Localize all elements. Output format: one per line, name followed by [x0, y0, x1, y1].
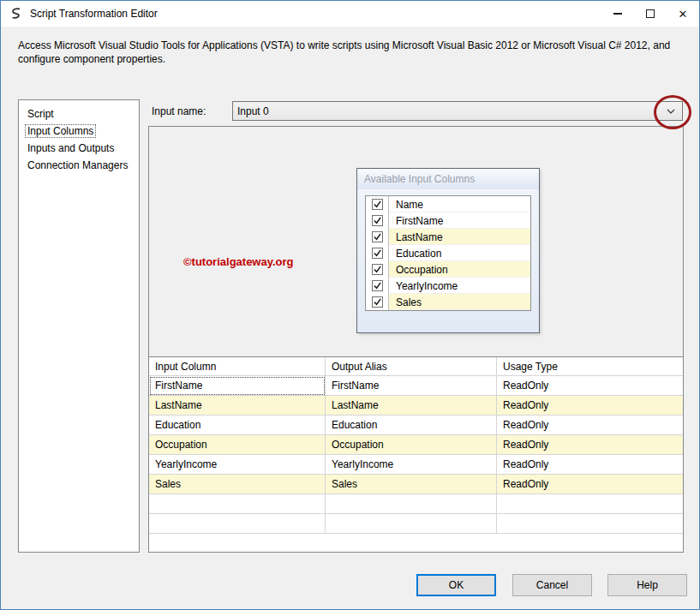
- maximize-button[interactable]: [634, 1, 667, 27]
- available-column-row: Occupation: [366, 261, 530, 278]
- available-input-columns-title: Available Input Columns: [357, 169, 539, 189]
- help-button[interactable]: Help: [607, 574, 687, 596]
- usage-type-cell[interactable]: ReadOnly: [497, 435, 683, 455]
- available-column-row: FirstName: [366, 212, 530, 229]
- column-checkbox[interactable]: [372, 296, 383, 308]
- input-name-value: Input 0: [237, 105, 664, 117]
- empty-cell[interactable]: [149, 514, 326, 534]
- content-panel: ©tutorialgateway.org Available Input Col…: [148, 126, 684, 553]
- checkbox-cell: [366, 229, 389, 245]
- column-checkbox[interactable]: [372, 199, 383, 210]
- output-alias-cell[interactable]: LastName: [326, 396, 497, 416]
- sidebar-list: ScriptInput ColumnsInputs and OutputsCon…: [19, 105, 139, 174]
- available-column-row: Name: [366, 196, 530, 212]
- grid-row-empty: [149, 494, 683, 514]
- minimize-icon: [613, 13, 622, 15]
- column-checkbox[interactable]: [372, 280, 383, 291]
- checkbox-cell: [366, 278, 389, 294]
- available-column-name[interactable]: Sales: [389, 294, 530, 310]
- output-alias-cell[interactable]: Occupation: [326, 435, 497, 455]
- dialog-description: Access Microsoft Visual Studio Tools for…: [18, 39, 682, 66]
- input-column-cell[interactable]: FirstName: [149, 376, 326, 396]
- input-column-cell[interactable]: Sales: [149, 475, 326, 494]
- maximize-icon: [646, 9, 655, 18]
- column-checkbox[interactable]: [372, 215, 383, 226]
- grid-row: OccupationOccupationReadOnly: [149, 435, 683, 455]
- empty-cell[interactable]: [326, 514, 497, 534]
- available-column-name[interactable]: Occupation: [389, 261, 530, 278]
- empty-cell[interactable]: [326, 494, 497, 514]
- available-column-name[interactable]: YearlyIncome: [389, 278, 530, 294]
- input-name-combobox[interactable]: Input 0: [232, 101, 683, 121]
- minimize-button[interactable]: [601, 1, 634, 27]
- output-alias-cell[interactable]: Education: [326, 416, 497, 435]
- available-column-row: LastName: [366, 229, 530, 245]
- cancel-button[interactable]: Cancel: [512, 574, 592, 596]
- sidebar-item-input-columns[interactable]: Input Columns: [19, 123, 139, 140]
- usage-type-cell[interactable]: ReadOnly: [497, 396, 683, 416]
- input-column-cell[interactable]: YearlyIncome: [149, 455, 326, 475]
- watermark: ©tutorialgateway.org: [183, 255, 294, 268]
- available-column-name[interactable]: LastName: [389, 229, 530, 245]
- grid-row-empty: [149, 514, 683, 534]
- output-alias-cell[interactable]: Sales: [326, 475, 497, 494]
- available-column-name[interactable]: Education: [389, 245, 530, 261]
- grid-body: FirstNameFirstNameReadOnlyLastNameLastNa…: [149, 376, 683, 534]
- checkbox-cell: [366, 245, 389, 261]
- available-columns-list: NameFirstNameLastNameEducationOccupation…: [365, 195, 531, 311]
- empty-cell[interactable]: [497, 514, 683, 534]
- column-checkbox[interactable]: [372, 231, 383, 242]
- script-transformation-editor-dialog: { "window": { "title": "Script Transform…: [0, 0, 700, 610]
- grid-header-row: Input ColumnOutput AliasUsage Type: [149, 357, 683, 376]
- sidebar-item-label: Connection Managers: [26, 159, 129, 171]
- input-column-cell[interactable]: Occupation: [149, 435, 326, 455]
- available-column-name[interactable]: Name: [389, 196, 530, 212]
- available-input-columns-panel: Available Input Columns NameFirstNameLas…: [356, 168, 540, 333]
- canvas-area: ©tutorialgateway.org Available Input Col…: [149, 127, 683, 356]
- empty-cell[interactable]: [149, 494, 326, 514]
- titlebar: Script Transformation Editor ✕: [1, 1, 699, 27]
- checkbox-cell: [366, 261, 389, 278]
- output-alias-cell[interactable]: YearlyIncome: [326, 455, 497, 475]
- grid-row: LastNameLastNameReadOnly: [149, 396, 683, 416]
- grid-header-output-alias: Output Alias: [326, 357, 497, 376]
- grid-header-input-column: Input Column: [149, 357, 326, 376]
- usage-type-cell[interactable]: ReadOnly: [497, 376, 683, 396]
- available-column-row: Education: [366, 245, 530, 261]
- column-checkbox[interactable]: [372, 248, 383, 259]
- window-controls: ✕: [601, 1, 699, 27]
- grid-row: EducationEducationReadOnly: [149, 416, 683, 435]
- available-column-row: Sales: [366, 294, 530, 310]
- ok-button[interactable]: OK: [416, 574, 496, 596]
- column-checkbox[interactable]: [372, 264, 383, 275]
- usage-type-cell[interactable]: ReadOnly: [497, 455, 683, 475]
- input-columns-grid: Input ColumnOutput AliasUsage Type First…: [149, 356, 683, 552]
- grid-row: SalesSalesReadOnly: [149, 475, 683, 494]
- sidebar: ScriptInput ColumnsInputs and OutputsCon…: [18, 99, 140, 553]
- sidebar-item-label: Script: [26, 108, 56, 120]
- grid-row: YearlyIncomeYearlyIncomeReadOnly: [149, 455, 683, 475]
- grid-filler: [149, 534, 683, 552]
- available-column-row: YearlyIncome: [366, 278, 530, 294]
- input-name-label: Input name:: [152, 105, 206, 117]
- input-column-cell[interactable]: Education: [149, 416, 326, 435]
- checkbox-cell: [366, 212, 389, 229]
- checkbox-cell: [366, 196, 389, 212]
- sidebar-item-label: Inputs and Outputs: [26, 142, 116, 154]
- usage-type-cell[interactable]: ReadOnly: [497, 416, 683, 435]
- sidebar-item-connection-managers[interactable]: Connection Managers: [19, 157, 139, 174]
- available-column-name[interactable]: FirstName: [389, 212, 530, 229]
- empty-cell[interactable]: [497, 494, 683, 514]
- close-icon: ✕: [679, 9, 688, 20]
- chevron-down-icon[interactable]: [664, 109, 678, 114]
- output-alias-cell[interactable]: FirstName: [326, 376, 497, 396]
- checkbox-cell: [366, 294, 389, 310]
- sidebar-item-script[interactable]: Script: [19, 105, 139, 123]
- input-column-cell[interactable]: LastName: [149, 396, 326, 416]
- grid-row: FirstNameFirstNameReadOnly: [149, 376, 683, 396]
- sidebar-item-inputs-and-outputs[interactable]: Inputs and Outputs: [19, 140, 139, 157]
- script-transformation-icon: [9, 7, 23, 21]
- sidebar-item-label: Input Columns: [26, 125, 95, 137]
- usage-type-cell[interactable]: ReadOnly: [497, 475, 683, 494]
- close-button[interactable]: ✕: [667, 1, 699, 27]
